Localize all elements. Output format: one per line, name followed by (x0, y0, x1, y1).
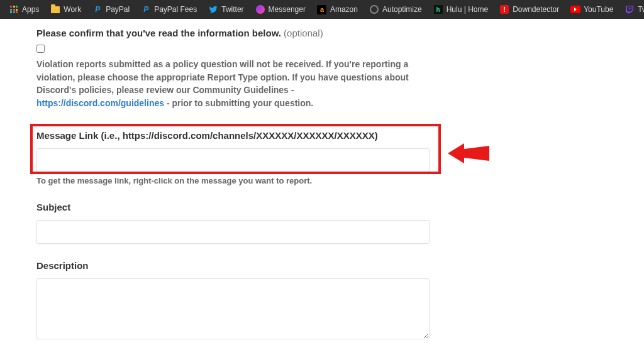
bookmark-label: PayPal (106, 5, 130, 14)
bookmark-messenger[interactable]: Messenger (252, 3, 309, 16)
confirm-checkbox[interactable] (36, 45, 45, 53)
disclaimer-text: Violation reports submitted as a policy … (36, 58, 414, 110)
twitch-icon (625, 4, 635, 14)
bookmark-paypal[interactable]: P PayPal (89, 3, 133, 16)
paypal-icon: P (141, 4, 151, 14)
folder-icon (50, 4, 60, 14)
downdetector-icon: ! (499, 4, 509, 14)
bookmark-label: Work (64, 5, 81, 14)
bookmark-hulu[interactable]: h Hulu | Home (430, 3, 492, 16)
disclaimer-part1: Violation reports submitted as a policy … (36, 59, 409, 95)
twitter-icon (208, 4, 218, 14)
bookmark-youtube[interactable]: YouTube (567, 3, 617, 16)
guidelines-link[interactable]: https://discord.com/guidelines (36, 98, 164, 108)
bookmark-work[interactable]: Work (47, 3, 85, 16)
bookmark-label: Autoptimize (382, 5, 422, 14)
bookmark-label: Messenger (269, 5, 306, 14)
gear-icon (369, 4, 379, 14)
bookmark-label: Twitch (638, 5, 644, 14)
bookmarks-bar: Apps Work P PayPal P PayPal Fees Twitter… (0, 0, 644, 19)
message-link-group: Message Link (i.e., https://discord.com/… (36, 130, 644, 185)
messenger-icon (255, 4, 265, 14)
subject-group: Subject (36, 202, 644, 244)
bookmark-twitter[interactable]: Twitter (204, 3, 247, 16)
bookmark-label: Downdetector (513, 5, 559, 14)
bookmark-label: PayPal Fees (154, 5, 197, 14)
paypal-icon: P (92, 4, 103, 14)
description-group: Description (36, 260, 644, 342)
subject-input[interactable] (36, 220, 430, 244)
description-label: Description (36, 260, 644, 271)
bookmark-label: Apps (22, 5, 39, 14)
message-link-input[interactable] (36, 148, 430, 172)
disclaimer-part2: - prior to submitting your question. (164, 98, 313, 108)
amazon-icon: a (317, 4, 327, 14)
apps-icon (9, 4, 19, 14)
bookmark-paypal-fees[interactable]: P PayPal Fees (137, 3, 201, 16)
message-link-label: Message Link (i.e., https://discord.com/… (36, 130, 644, 141)
message-link-hint: To get the message link, right-click on … (36, 176, 644, 185)
subject-label: Subject (36, 202, 644, 212)
bookmark-label: Hulu | Home (447, 5, 488, 14)
optional-label: (optional) (284, 28, 323, 38)
bookmark-label: YouTube (584, 5, 613, 14)
bookmark-autoptimize[interactable]: Autoptimize (365, 3, 426, 16)
bookmark-label: Twitter (221, 5, 243, 14)
confirm-heading-text: Please confirm that you've read the info… (36, 28, 281, 38)
bookmark-apps[interactable]: Apps (5, 3, 43, 16)
form-content: Please confirm that you've read the info… (0, 19, 644, 342)
bookmark-amazon[interactable]: a Amazon (313, 3, 362, 16)
hulu-icon: h (433, 4, 443, 14)
youtube-icon (570, 4, 580, 14)
bookmark-label: Amazon (330, 5, 358, 14)
bookmark-downdetector[interactable]: ! Downdetector (496, 3, 563, 16)
description-input[interactable] (36, 278, 430, 339)
confirm-heading: Please confirm that you've read the info… (36, 28, 644, 38)
bookmark-twitch[interactable]: Twitch (621, 3, 644, 16)
